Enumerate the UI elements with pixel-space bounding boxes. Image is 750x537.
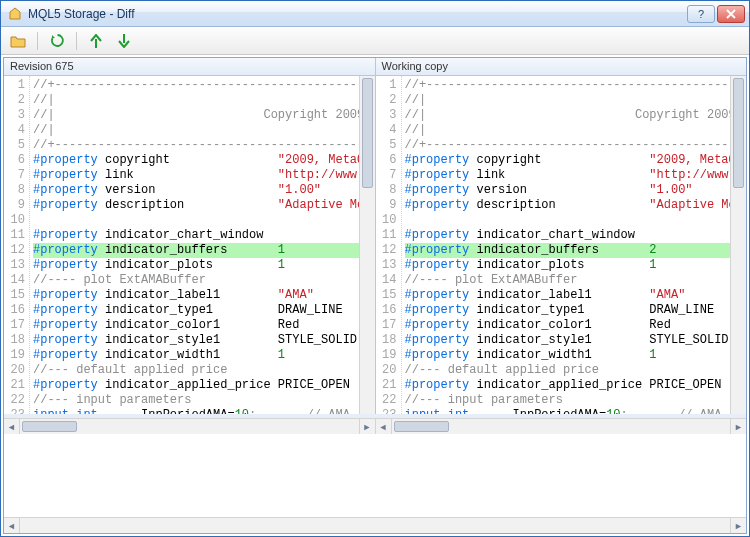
code-left: //+-------------------------------------… bbox=[30, 76, 359, 414]
pane-left: Revision 675 123456789101112131415161718… bbox=[4, 58, 376, 414]
refresh-button[interactable] bbox=[46, 30, 68, 52]
open-folder-button[interactable] bbox=[7, 30, 29, 52]
code-area-left[interactable]: 1234567891011121314151617181920212223 //… bbox=[4, 76, 375, 414]
bottom-pane: ◄► bbox=[4, 434, 746, 533]
close-button[interactable] bbox=[717, 5, 745, 23]
code-right: //+-------------------------------------… bbox=[402, 76, 731, 414]
pane-right-header: Working copy bbox=[376, 58, 747, 76]
content-area: Revision 675 123456789101112131415161718… bbox=[3, 57, 747, 534]
pane-right: Working copy 123456789101112131415161718… bbox=[376, 58, 747, 414]
gutter-left: 1234567891011121314151617181920212223 bbox=[4, 76, 30, 414]
hscroll-right[interactable]: ◄► bbox=[376, 419, 747, 434]
vscroll-right[interactable] bbox=[730, 76, 746, 414]
app-icon bbox=[7, 6, 23, 22]
bottom-hscroll[interactable]: ◄► bbox=[4, 517, 746, 533]
help-button[interactable]: ? bbox=[687, 5, 715, 23]
window-title: MQL5 Storage - Diff bbox=[28, 7, 687, 21]
code-area-right[interactable]: 1234567891011121314151617181920212223 //… bbox=[376, 76, 747, 414]
toolbar-separator bbox=[76, 32, 77, 50]
hscroll-left[interactable]: ◄► bbox=[4, 419, 376, 434]
diff-panes: Revision 675 123456789101112131415161718… bbox=[4, 58, 746, 418]
toolbar-separator bbox=[37, 32, 38, 50]
gutter-right: 1234567891011121314151617181920212223 bbox=[376, 76, 402, 414]
next-diff-button[interactable] bbox=[113, 30, 135, 52]
toolbar bbox=[1, 27, 749, 55]
title-bar: MQL5 Storage - Diff ? bbox=[1, 1, 749, 27]
pane-left-header: Revision 675 bbox=[4, 58, 375, 76]
vscroll-left[interactable] bbox=[359, 76, 375, 414]
hscroll-row: ◄► ◄► bbox=[4, 418, 746, 434]
prev-diff-button[interactable] bbox=[85, 30, 107, 52]
